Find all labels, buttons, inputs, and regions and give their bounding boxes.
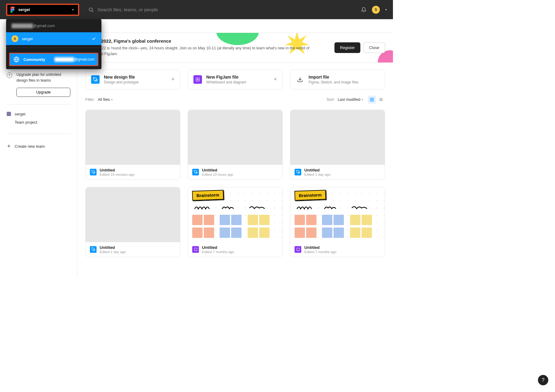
account-switcher[interactable]: sergei ▾ xyxy=(6,4,79,16)
register-button[interactable]: Register xyxy=(334,42,360,53)
svg-point-1 xyxy=(89,8,93,11)
action-subtitle: Whiteboard and diagram xyxy=(206,80,269,84)
figma-logo-icon xyxy=(10,7,15,13)
close-button[interactable]: Close xyxy=(363,42,385,53)
svg-rect-10 xyxy=(370,100,372,101)
chevron-down-icon: ▾ xyxy=(111,98,113,101)
file-info: Untitled Edited 1 day ago xyxy=(290,165,385,179)
file-title: Untitled xyxy=(304,168,331,172)
design-file-icon xyxy=(90,169,97,175)
file-title: Untitled xyxy=(304,245,337,250)
file-card[interactable]: Brainstorm Untitled Edited 7 months ago xyxy=(188,187,283,257)
community-email: ████████@gmail.com xyxy=(55,57,94,62)
design-file-icon xyxy=(192,169,199,175)
sort-label: Sort: xyxy=(327,97,334,102)
create-team-label: Create new team xyxy=(15,144,45,149)
dropdown-item-sergei[interactable]: S sergei xyxy=(6,32,101,45)
deleted-bar: Deleted xyxy=(77,19,393,33)
community-label: Community xyxy=(23,57,45,62)
svg-rect-16 xyxy=(297,248,299,251)
action-title: New FigJam file xyxy=(206,75,269,79)
file-info: Untitled Edited 7 months ago xyxy=(188,242,282,257)
sidebar-team[interactable]: sergei xyxy=(7,110,70,118)
import-file-icon xyxy=(296,75,304,84)
sort-value[interactable]: Last modified ▾ xyxy=(338,97,363,102)
bell-icon[interactable] xyxy=(361,7,366,12)
chevron-down-icon: ▾ xyxy=(362,98,363,101)
avatar-top[interactable]: S xyxy=(372,6,380,14)
file-meta: Edited 19 minutes ago xyxy=(100,173,134,176)
globe-icon xyxy=(13,56,20,63)
new-figjam-file-card[interactable]: New FigJam file Whiteboard and diagram + xyxy=(188,69,283,90)
chevron-down-icon[interactable]: ▾ xyxy=(385,8,387,11)
upgrade-button[interactable]: Upgrade xyxy=(16,88,70,97)
upgrade-text: Upgrade plan for unlimited design files … xyxy=(16,72,70,83)
svg-line-2 xyxy=(92,11,93,12)
dropdown-community[interactable]: Community ████████@gmail.com xyxy=(9,53,98,66)
file-title: Untitled xyxy=(202,245,234,250)
filter-value[interactable]: All files ▾ xyxy=(98,97,113,102)
banner-desc: Config 2022 is 'round the clock—yes, 24 … xyxy=(85,45,311,57)
main: Deleted Config 2022, Figma's global conf… xyxy=(77,19,393,277)
file-thumbnail xyxy=(290,110,385,165)
brainstorm-sticky: Brainstorm xyxy=(294,190,326,201)
dropdown-item-label: sergei xyxy=(22,37,33,41)
file-card[interactable]: Untitled Edited 10 hours ago xyxy=(188,110,283,180)
search-input[interactable] xyxy=(97,7,219,12)
file-info: Untitled Edited 7 months ago xyxy=(290,242,385,257)
file-thumbnail: Brainstorm xyxy=(290,187,385,242)
file-card[interactable]: Untitled Edited 19 minutes ago xyxy=(85,110,180,180)
dropdown-email: ████████@gmail.com xyxy=(6,19,101,32)
file-info: Untitled Edited 1 day ago xyxy=(86,242,180,257)
list-view-button[interactable] xyxy=(377,96,385,104)
create-new-team[interactable]: + Create new team xyxy=(7,141,70,151)
file-meta: Edited 7 months ago xyxy=(202,250,234,254)
action-title: Import file xyxy=(309,75,379,79)
design-file-icon xyxy=(90,246,97,253)
file-thumbnail: Brainstorm xyxy=(188,187,282,242)
filter-label: Filter: xyxy=(85,97,95,102)
account-name: sergei xyxy=(18,7,69,12)
svg-rect-15 xyxy=(194,248,197,251)
svg-rect-9 xyxy=(372,98,373,99)
file-meta: Edited 1 day ago xyxy=(100,250,126,254)
svg-rect-8 xyxy=(370,98,372,99)
action-title: New design file xyxy=(104,75,167,79)
sidebar-upgrade: Upgrade plan for unlimited design files … xyxy=(7,72,70,83)
file-card[interactable]: Brainstorm Untitled Edited 7 months ago xyxy=(290,187,385,257)
topbar-right: S ▾ xyxy=(361,6,387,14)
sidebar-divider xyxy=(7,134,70,134)
avatar-icon: S xyxy=(12,35,18,42)
file-info: Untitled Edited 19 minutes ago xyxy=(86,165,180,179)
plus-icon: + xyxy=(7,143,11,150)
file-meta: Edited 1 day ago xyxy=(304,173,331,176)
sidebar-project[interactable]: Team project xyxy=(7,118,70,126)
action-subtitle: Design and prototype xyxy=(104,80,167,84)
check-icon xyxy=(92,37,96,41)
grid-view-button[interactable] xyxy=(368,96,376,104)
topbar: sergei ▾ S ▾ xyxy=(0,0,393,19)
file-card[interactable]: Untitled Edited 1 day ago xyxy=(85,187,180,257)
sidebar-divider xyxy=(7,104,70,104)
file-grid: Untitled Edited 19 minutes ago Untitled … xyxy=(77,108,393,265)
design-file-icon xyxy=(295,169,301,175)
plus-icon: + xyxy=(171,76,175,83)
svg-point-0 xyxy=(12,9,15,11)
import-file-card[interactable]: Import file Figma, Sketch, and image fil… xyxy=(290,69,385,90)
brainstorm-sticky: Brainstorm xyxy=(192,190,224,201)
file-title: Untitled xyxy=(100,168,134,172)
file-card[interactable]: Untitled Edited 1 day ago xyxy=(290,110,385,180)
action-subtitle: Figma, Sketch, and image files xyxy=(309,80,379,84)
file-title: Untitled xyxy=(100,245,126,250)
search-wrap xyxy=(88,7,361,12)
figjam-file-icon xyxy=(192,246,199,253)
file-title: Untitled xyxy=(202,168,233,172)
figjam-file-icon xyxy=(295,246,301,253)
file-meta: Edited 10 hours ago xyxy=(202,173,233,176)
team-color-icon xyxy=(7,112,11,116)
dropdown-separator xyxy=(6,48,101,48)
filter-row: Filter: All files ▾ Sort: Last modified … xyxy=(77,93,393,108)
new-design-file-card[interactable]: New design file Design and prototype + xyxy=(85,69,180,90)
file-thumbnail xyxy=(86,110,180,165)
account-dropdown: ████████@gmail.com S sergei Community ██… xyxy=(6,19,101,69)
